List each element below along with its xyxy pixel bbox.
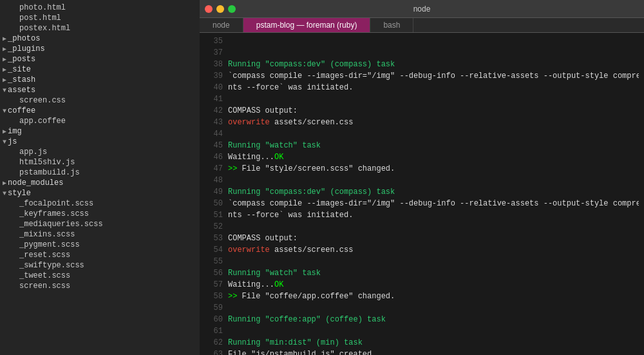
- line-text: [228, 93, 639, 105]
- line-text: `compass compile --images-dir="/img" --d…: [228, 70, 639, 82]
- sidebar-item-app-coffee[interactable]: app.coffee: [0, 116, 200, 126]
- sidebar-item-img[interactable]: ▶img: [0, 126, 200, 137]
- item-label: pstambuild.js: [19, 168, 80, 177]
- terminal-area: node nodepstam-blog — foreman (ruby)bash…: [200, 0, 644, 355]
- line-text: overwrite assets/screen.css: [228, 244, 639, 256]
- sidebar-item-node_modules[interactable]: ▶node_modules: [0, 178, 200, 188]
- item-label: app.coffee: [19, 117, 66, 126]
- terminal-output[interactable]: 353738Running "compass:dev" (compass) ta…: [200, 33, 644, 355]
- sidebar-item-style[interactable]: ▼style: [0, 188, 200, 198]
- arrow-right-icon: ▶: [3, 128, 6, 135]
- sidebar-item-_plugins[interactable]: ▶_plugins: [0, 44, 200, 54]
- terminal-line: 45Running "watch" task: [205, 140, 639, 151]
- sidebar-item-photo-html[interactable]: photo.html: [0, 3, 200, 13]
- tab-node[interactable]: node: [200, 18, 243, 32]
- sidebar-item-_tweet-scss[interactable]: _tweet.scss: [0, 271, 200, 281]
- terminal-line: 58>> File "coffee/app.coffee" changed.: [205, 291, 639, 302]
- line-text: Waiting...OK: [228, 151, 639, 163]
- line-text: [228, 47, 639, 59]
- arrow-down-icon: ▼: [3, 108, 6, 115]
- terminal-line: 38Running "compass:dev" (compass) task: [205, 59, 639, 70]
- item-label: _mediaqueries.scss: [19, 220, 103, 229]
- line-number: 45: [205, 140, 223, 151]
- maximize-button[interactable]: [228, 5, 236, 13]
- sidebar-item-screen-scss[interactable]: screen.scss: [0, 281, 200, 291]
- line-number: 38: [205, 59, 223, 70]
- terminal-line: 62Running "min:dist" (min) task: [205, 337, 639, 349]
- sidebar-item-_stash[interactable]: ▶_stash: [0, 75, 200, 85]
- minimize-button[interactable]: [216, 5, 224, 13]
- arrow-down-icon: ▼: [3, 190, 6, 197]
- terminal-line: 51nts --force` was initiated.: [205, 209, 639, 221]
- sidebar-item-_mixins-scss[interactable]: _mixins.scss: [0, 229, 200, 240]
- line-number: 39: [205, 70, 223, 82]
- line-number: 60: [205, 314, 223, 325]
- window-controls[interactable]: [205, 5, 236, 13]
- sidebar-item-_reset-scss[interactable]: _reset.scss: [0, 250, 200, 260]
- line-text: Running "compass:dev" (compass) task: [228, 186, 639, 198]
- item-label: _pygment.scss: [19, 240, 80, 249]
- sidebar-item-assets[interactable]: ▼assets: [0, 85, 200, 95]
- line-text: Running "watch" task: [228, 267, 639, 279]
- line-text: overwrite assets/screen.css: [228, 117, 639, 128]
- item-label: _swiftype.scss: [19, 261, 84, 270]
- tab-foreman[interactable]: pstam-blog — foreman (ruby): [243, 18, 371, 32]
- line-number: 35: [205, 35, 223, 47]
- terminal-line: 53COMPASS output:: [205, 233, 639, 244]
- line-text: nts --force` was initiated.: [228, 209, 639, 221]
- item-label: html5shiv.js: [19, 158, 75, 167]
- line-number: 61: [205, 325, 223, 337]
- tab-bash[interactable]: bash: [370, 18, 413, 32]
- terminal-line: 41: [205, 93, 639, 105]
- sidebar-item-_swiftype-scss[interactable]: _swiftype.scss: [0, 260, 200, 271]
- terminal-line: 48: [205, 175, 639, 186]
- sidebar-item-coffee[interactable]: ▼coffee: [0, 106, 200, 116]
- sidebar-item-_posts[interactable]: ▶_posts: [0, 54, 200, 64]
- line-number: 48: [205, 175, 223, 186]
- sidebar-item-pstambuild-js[interactable]: pstambuild.js: [0, 168, 200, 178]
- terminal-line: 43overwrite assets/screen.css: [205, 117, 639, 128]
- item-label: node_modules: [8, 178, 63, 187]
- item-label: _photos: [8, 34, 40, 43]
- window-title: node: [413, 5, 431, 14]
- sidebar-item-_focalpoint-scss[interactable]: _focalpoint.scss: [0, 198, 200, 209]
- line-number: 47: [205, 163, 223, 175]
- close-button[interactable]: [205, 5, 213, 13]
- item-label: _site: [8, 65, 31, 74]
- line-text: [228, 302, 639, 314]
- sidebar-item-post-html[interactable]: post.html: [0, 13, 200, 23]
- line-number: 46: [205, 151, 223, 163]
- item-label: _keyframes.scss: [19, 209, 89, 218]
- arrow-right-icon: ▶: [3, 66, 6, 73]
- sidebar-item-_keyframes-scss[interactable]: _keyframes.scss: [0, 209, 200, 219]
- sidebar-item-html5shiv-js[interactable]: html5shiv.js: [0, 157, 200, 168]
- line-text: `compass compile --images-dir="/img" --d…: [228, 198, 639, 209]
- sidebar-item-js[interactable]: ▼js: [0, 137, 200, 147]
- arrow-right-icon: ▶: [3, 55, 6, 63]
- sidebar-item-_pygment-scss[interactable]: _pygment.scss: [0, 240, 200, 250]
- terminal-line: 56Running "watch" task: [205, 267, 639, 279]
- item-label: screen.css: [19, 96, 66, 105]
- sidebar-item-_photos[interactable]: ▶_photos: [0, 34, 200, 44]
- line-number: 62: [205, 337, 223, 349]
- item-label: post.html: [19, 14, 61, 23]
- line-text: COMPASS output:: [228, 233, 639, 244]
- sidebar-item-postex-html[interactable]: postex.html: [0, 23, 200, 34]
- arrow-down-icon: ▼: [3, 139, 6, 146]
- line-text: Running "watch" task: [228, 140, 639, 151]
- terminal-line: 46Waiting...OK: [205, 151, 639, 163]
- sidebar-item-_mediaquery-scss[interactable]: _mediaqueries.scss: [0, 219, 200, 229]
- sidebar-item-screen-css[interactable]: screen.css: [0, 95, 200, 106]
- item-label: js: [8, 137, 17, 146]
- sidebar-item-_site[interactable]: ▶_site: [0, 64, 200, 75]
- arrow-right-icon: ▶: [3, 179, 6, 187]
- line-text: [228, 35, 639, 47]
- item-label: _posts: [8, 55, 35, 64]
- line-text: [228, 325, 639, 337]
- line-number: 42: [205, 105, 223, 117]
- item-label: photo.html: [19, 3, 66, 12]
- item-label: _focalpoint.scss: [19, 199, 93, 208]
- terminal-line: 59: [205, 302, 639, 314]
- line-number: 57: [205, 279, 223, 291]
- sidebar-item-app-js[interactable]: app.js: [0, 147, 200, 157]
